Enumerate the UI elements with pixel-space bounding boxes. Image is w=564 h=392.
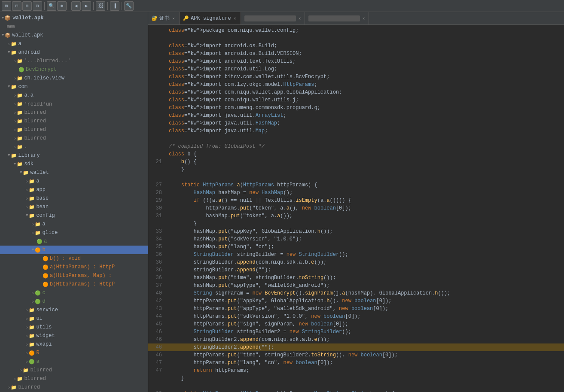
toolbar-btn-5[interactable]: 🔍 xyxy=(47,1,56,11)
line-content: class="kw">import java.util.Map; xyxy=(165,127,564,135)
tree-root[interactable]: ▼📦wallet.apk xyxy=(0,14,148,22)
tree-item-b-method1[interactable]: 🟠b() : void xyxy=(0,254,148,263)
tree-item-a[interactable]: ▷📁a xyxy=(0,40,148,48)
code-line: 33 hashMap.put("appKey", GlobalApplicati… xyxy=(148,228,564,235)
tree-item-config-a2[interactable]: 🟢a xyxy=(0,237,148,246)
tree-item-config-glide[interactable]: ▷📁glide xyxy=(0,228,148,237)
code-line: 46 httpParams.put("time", stringBuilder2… xyxy=(148,351,564,359)
tree-item-library[interactable]: ▼📁library xyxy=(0,151,148,160)
tab-close-cert[interactable]: ✕ xyxy=(171,15,176,21)
line-content: b() { xyxy=(165,158,564,166)
line-content xyxy=(165,382,564,390)
tree-item-w-a[interactable]: ▷📁a xyxy=(0,177,148,185)
code-line: class="kw">import android.os.Build; xyxy=(148,42,564,50)
line-content: class="kw">import android.os.Build; xyxy=(165,42,564,50)
tree-item-w-config[interactable]: ▼📁config xyxy=(0,211,148,220)
code-line: 27 static HttpParams a(HttpParams httpPa… xyxy=(148,181,564,189)
tree-item-w-widget[interactable]: ▷📁widget xyxy=(0,331,148,340)
toolbar-btn-9[interactable]: 🖼 xyxy=(96,1,105,11)
line-content xyxy=(165,34,564,42)
tree-item-w-utils[interactable]: ▷📁utils xyxy=(0,323,148,331)
tree-item-sdk[interactable]: ▼📁sdk xyxy=(0,160,148,168)
code-area[interactable]: class="kw">package com.niqu.wallet.confi… xyxy=(148,25,564,392)
toolbar-sep-2 xyxy=(69,2,69,10)
tree-item-config-d[interactable]: ▷🟢d xyxy=(0,297,148,306)
line-content: static HttpParams a(HttpParams httpParam… xyxy=(165,390,564,392)
tree-item-b-method3[interactable]: 🟠a(HttpParams, Map) : xyxy=(0,271,148,280)
code-line: 36 stringBuilder.append(com.niqu.sdk.a.b… xyxy=(148,258,564,266)
line-content: } xyxy=(165,220,564,228)
tree-item-blurred5[interactable]: ▷📁blurred xyxy=(0,366,148,374)
line-number: 36 xyxy=(148,258,165,266)
toolbar-btn-8[interactable]: ▶ xyxy=(82,1,91,11)
line-content: class="kw">import java.util.HashMap; xyxy=(165,119,564,127)
toolbar-btn-3[interactable]: ⊠ xyxy=(22,1,32,11)
tree-item-b-method4[interactable]: 🟠b(HttpParams) : HttpP xyxy=(0,280,148,289)
file-tree[interactable]: ▼📦wallet.apk⊞⊞⊞▼📦wallet.apk▷📁a▼📁android▷… xyxy=(0,12,148,392)
toolbar-btn-7[interactable]: ◀ xyxy=(71,1,81,11)
tab-cert[interactable]: 🔐证书✕ xyxy=(148,12,180,24)
tree-item-bcvencrypt[interactable]: 🟢BcvEncrypt xyxy=(0,65,148,74)
tree-item-com[interactable]: ▼📁com xyxy=(0,82,148,91)
line-content: class b { xyxy=(165,150,564,158)
toolbar-btn-6[interactable]: ✱ xyxy=(57,1,67,11)
toolbar-btn-11[interactable]: 🔧 xyxy=(124,1,134,11)
tree-item-w-base[interactable]: ▷📁base xyxy=(0,194,148,203)
line-content: hashMap.put("token", a.a()); xyxy=(165,212,564,220)
tree-item-dot1[interactable]: ▷📁. xyxy=(0,143,148,151)
line-content: hashMap.put("sdkVersion", "1.0.0"); xyxy=(165,235,564,243)
line-content xyxy=(165,135,564,143)
tree-item-w-R[interactable]: ▷🟠R xyxy=(0,349,148,357)
line-number: 21 xyxy=(148,158,165,166)
line-number: 42 xyxy=(148,297,165,305)
tree-item-w-app[interactable]: ▷📁app xyxy=(0,185,148,194)
line-content: stringBuilder2.append(com.niqu.sdk.a.b.e… xyxy=(165,336,564,343)
line-number: 34 xyxy=(148,235,165,243)
toolbar-btn-4[interactable]: ⊡ xyxy=(33,1,42,11)
tree-item-android[interactable]: ▼📁android xyxy=(0,48,148,57)
tree-item-w-service[interactable]: ▷📁service xyxy=(0,306,148,314)
toolbar-btn-2[interactable]: ⊟ xyxy=(12,1,21,11)
line-content: httpParams.put("token", a.a(), new boole… xyxy=(165,204,564,212)
tree-item-w-ui[interactable]: ▷📁ui xyxy=(0,314,148,323)
tab-apk-sig[interactable]: 🔑APK signature✕ xyxy=(180,12,241,24)
tree-item-w-agreen[interactable]: ▷🟢a xyxy=(0,357,148,366)
line-number: 47 xyxy=(148,367,165,374)
tree-item-wallet[interactable]: ▼📁wallet xyxy=(0,168,148,177)
code-line: class="kw">import java.util.Map; xyxy=(148,127,564,135)
line-number: 47 xyxy=(148,359,165,367)
tree-item-blurred4[interactable]: ▷📁blurred xyxy=(0,134,148,143)
tree-item-androidrun[interactable]: ▷📁'roidlᵉun xyxy=(0,100,148,108)
tree-item-wallet-apk[interactable]: ▼📦wallet.apk xyxy=(0,31,148,40)
code-line xyxy=(148,382,564,390)
tree-item-blurred7[interactable]: ▷📁blurred xyxy=(0,383,148,392)
tab-blurred-blurred1[interactable]: ✕ xyxy=(241,12,305,24)
code-line: } xyxy=(148,374,564,382)
line-number: 35 xyxy=(148,243,165,251)
toolbar-btn-10[interactable]: ▐ xyxy=(110,1,119,11)
code-line: 31 hashMap.put("token", a.a()); xyxy=(148,212,564,220)
toolbar-sep-3 xyxy=(93,2,94,10)
tree-item-b-method2[interactable]: 🟠a(HttpParams) : HttpP xyxy=(0,263,148,271)
tree-item-config-b[interactable]: ▼🟠b xyxy=(0,246,148,254)
tab-close-apk-sig[interactable]: ✕ xyxy=(233,15,237,21)
line-content: class="kw">import com.umeng.commonsdk.pr… xyxy=(165,104,564,112)
tree-item-ch-ielse-view[interactable]: ▷📁ch.ielse.view xyxy=(0,74,148,82)
tree-item-android-sub[interactable]: ▷📁'...blurred...' xyxy=(0,57,148,65)
tree-item-blurred2[interactable]: ▷📁blurred xyxy=(0,117,148,125)
line-number: 43 xyxy=(148,305,165,313)
tree-item-config-c[interactable]: ▷🟢c xyxy=(0,289,148,297)
tree-item-w-bean[interactable]: ▷📁bean xyxy=(0,203,148,211)
tab-blurred-blurred2[interactable]: ✕ xyxy=(305,12,369,24)
tree-item-w-wxapi[interactable]: ▷📁wxapi xyxy=(0,340,148,349)
line-content: class="kw">import android.util.Log; xyxy=(165,65,564,73)
code-line: 36 hashMap.put("time", stringBuilder.toS… xyxy=(148,274,564,282)
tree-item-a-a[interactable]: ▷📁a.a xyxy=(0,91,148,100)
tree-item-blurred6[interactable]: ▷📁blurred xyxy=(0,374,148,383)
tree-item-blurred3[interactable]: ▷📁blurred xyxy=(0,125,148,134)
line-content: httpParams.put("sdkVersion", "1.0.0", ne… xyxy=(165,313,564,320)
left-panel: ▼📦wallet.apk⊞⊞⊞▼📦wallet.apk▷📁a▼📁android▷… xyxy=(0,12,148,392)
tree-item-blurred1[interactable]: ▷📁blurred xyxy=(0,108,148,117)
tree-item-config-a[interactable]: ▷📁a xyxy=(0,220,148,228)
toolbar-btn-1[interactable]: ⊞ xyxy=(2,1,11,11)
